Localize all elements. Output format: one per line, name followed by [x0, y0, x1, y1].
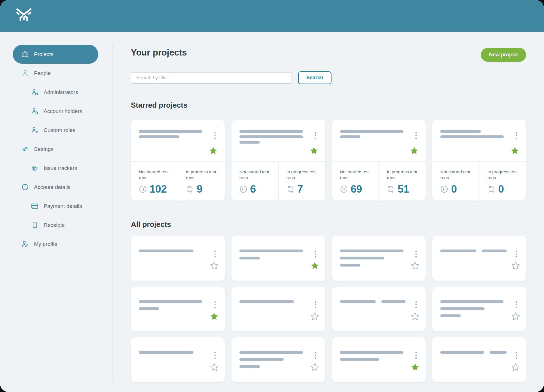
- card-menu-button[interactable]: [511, 129, 522, 142]
- sidebar-item-account-details[interactable]: Account details: [13, 178, 98, 197]
- card-menu-button[interactable]: [411, 248, 421, 261]
- star-outline-icon[interactable]: [311, 363, 319, 371]
- refresh-icon: [286, 185, 294, 193]
- star-outline-icon[interactable]: [210, 261, 218, 270]
- card-menu-button[interactable]: [411, 129, 421, 142]
- main-content: Your projects New project Search Starred…: [131, 32, 526, 392]
- card-menu-button[interactable]: [311, 129, 321, 142]
- project-card[interactable]: [432, 236, 526, 281]
- skeleton-line-row: [440, 307, 503, 310]
- in-progress-label: In progress test runs: [186, 169, 218, 181]
- skeleton-title: [139, 300, 202, 310]
- skeleton-title: [440, 300, 503, 317]
- sidebar-item-settings[interactable]: Settings: [13, 140, 98, 159]
- in-progress-cell: In progress test runs 0: [479, 162, 526, 200]
- search-row: Search: [131, 71, 332, 84]
- in-progress-label: In progress test runs: [387, 169, 418, 181]
- sidebar-content-divider: [112, 44, 113, 381]
- person-edit-icon: [21, 240, 29, 248]
- project-card[interactable]: [332, 337, 426, 382]
- starred-project-card[interactable]: Not started test runs 102 In progress te…: [131, 120, 225, 201]
- star-outline-icon[interactable]: [411, 261, 419, 270]
- sidebar-item-payment-details[interactable]: Payment details: [13, 197, 98, 216]
- starred-project-card[interactable]: Not started test runs 0 In progress test…: [432, 120, 526, 201]
- star-outline-icon[interactable]: [411, 312, 419, 321]
- skeleton-bar: [340, 135, 360, 138]
- star-filled-icon[interactable]: [410, 146, 418, 155]
- sidebar-item-custom-roles[interactable]: Custom roles: [13, 121, 98, 140]
- star-outline-icon[interactable]: [511, 261, 520, 270]
- project-card[interactable]: [131, 337, 225, 382]
- skeleton-line-row: [139, 300, 202, 303]
- project-card[interactable]: [332, 287, 426, 331]
- star-filled-icon[interactable]: [511, 146, 519, 155]
- project-card[interactable]: [231, 287, 325, 331]
- card-menu-button[interactable]: [210, 248, 220, 261]
- project-card[interactable]: [131, 236, 225, 281]
- new-project-button[interactable]: New project: [481, 48, 526, 62]
- search-button[interactable]: Search: [298, 71, 332, 84]
- person-icon: [21, 69, 29, 77]
- card-menu-button[interactable]: [511, 298, 522, 311]
- not-started-count: 0: [451, 183, 457, 195]
- project-card[interactable]: [432, 337, 526, 382]
- skeleton-line-row: [239, 250, 303, 252]
- skeleton-bar: [482, 250, 507, 252]
- star-filled-icon[interactable]: [311, 261, 319, 270]
- star-outline-icon[interactable]: [210, 363, 218, 371]
- project-card[interactable]: [131, 287, 225, 331]
- star-outline-icon[interactable]: [511, 363, 520, 371]
- skeleton-title: [440, 351, 507, 354]
- kebab-icon: [516, 132, 517, 139]
- card-menu-button[interactable]: [311, 298, 321, 311]
- not-started-count: 6: [250, 183, 256, 195]
- skeleton-title: [139, 250, 194, 252]
- skeleton-bar: [440, 307, 484, 310]
- skeleton-line-row: [340, 351, 403, 354]
- sidebar-item-receipts[interactable]: Receipts: [13, 216, 98, 235]
- card-top-section: [432, 120, 526, 162]
- card-menu-button[interactable]: [311, 349, 321, 362]
- in-progress-count: 0: [498, 183, 504, 195]
- starred-project-card[interactable]: Not started test runs 6 In progress test…: [231, 120, 325, 201]
- card-menu-button[interactable]: [511, 248, 522, 261]
- refresh-icon: [186, 185, 194, 193]
- sidebar-item-projects[interactable]: Projects: [13, 45, 98, 64]
- card-menu-button[interactable]: [210, 349, 220, 362]
- card-menu-button[interactable]: [411, 298, 421, 311]
- project-card[interactable]: [432, 287, 526, 331]
- card-menu-button[interactable]: [210, 129, 220, 142]
- starred-project-card[interactable]: Not started test runs 69 In progress tes…: [332, 120, 426, 201]
- sidebar-item-my-profile[interactable]: My profile: [13, 235, 98, 253]
- project-card[interactable]: [231, 337, 325, 382]
- not-started-count: 69: [351, 183, 362, 195]
- skeleton-line-row: [440, 130, 504, 133]
- star-outline-icon[interactable]: [511, 312, 520, 321]
- card-menu-button[interactable]: [311, 248, 321, 261]
- project-card[interactable]: [231, 236, 325, 281]
- card-menu-button[interactable]: [210, 298, 220, 311]
- star-filled-icon[interactable]: [209, 146, 218, 155]
- skeleton-bar: [139, 307, 159, 310]
- brand-logo-icon[interactable]: [16, 7, 32, 23]
- sidebar-item-account-holders[interactable]: Account holders: [13, 102, 98, 121]
- skeleton-bar: [340, 300, 376, 303]
- not-started-label: Not started test runs: [340, 169, 372, 181]
- star-outline-icon[interactable]: [311, 312, 319, 321]
- sidebar-item-issue-trackers[interactable]: Issue trackers: [13, 159, 98, 178]
- project-card[interactable]: [332, 236, 426, 281]
- card-menu-button[interactable]: [411, 349, 421, 362]
- sidebar-item-people[interactable]: People: [13, 64, 98, 83]
- sidebar-item-administrators[interactable]: Administrators: [13, 83, 98, 102]
- star-filled-icon[interactable]: [210, 312, 218, 321]
- skeleton-bar: [381, 300, 405, 303]
- card-stats: Not started test runs 102 In progress te…: [131, 162, 225, 200]
- skeleton-title: [340, 250, 403, 267]
- skeleton-title: [239, 351, 303, 368]
- star-filled-icon[interactable]: [310, 146, 318, 155]
- star-filled-icon[interactable]: [411, 363, 419, 371]
- skeleton-line-row: [440, 300, 503, 303]
- card-menu-button[interactable]: [511, 349, 522, 362]
- search-input[interactable]: [131, 72, 292, 84]
- kebab-icon: [516, 301, 517, 308]
